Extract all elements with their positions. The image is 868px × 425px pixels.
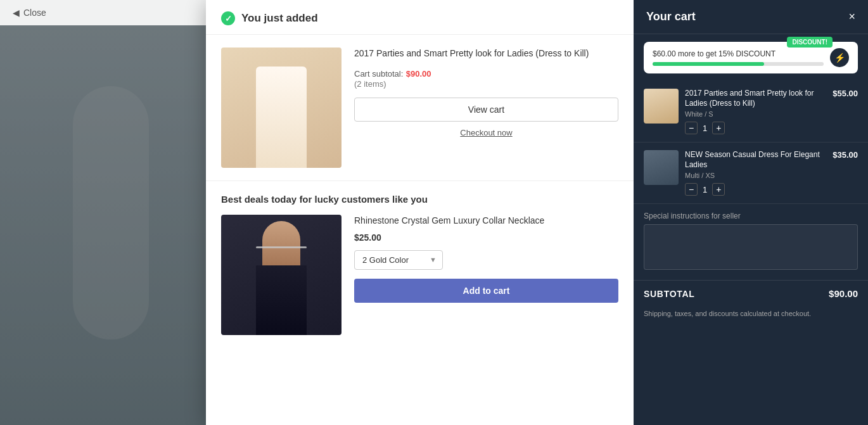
cart-subtotal-label-big: SUBTOTAL xyxy=(644,289,695,299)
cart-item: NEW Season Casual Dress For Elegant Ladi… xyxy=(634,143,868,204)
close-link[interactable]: Close xyxy=(23,8,46,18)
cart-subtotal-row: Cart subtotal: $90.00 xyxy=(354,68,618,79)
view-cart-button[interactable]: View cart xyxy=(354,98,618,122)
cart-close-button[interactable]: × xyxy=(848,10,855,23)
check-icon xyxy=(221,11,235,25)
best-deals-section: Best deals today for lucky customers lik… xyxy=(206,181,634,348)
best-deals-title: Best deals today for lucky customers lik… xyxy=(221,194,618,205)
cart-item-name: 2017 Parties and Smart Pretty look for L… xyxy=(685,89,826,108)
cart-subtotal-section: SUBTOTAL $90.00 xyxy=(634,280,868,307)
cart-subtotal-amount: $90.00 xyxy=(829,288,858,299)
qty-decrease-button[interactable]: − xyxy=(685,183,698,196)
cart-item: 2017 Parties and Smart Pretty look for L… xyxy=(634,81,868,143)
modal-header: You just added xyxy=(206,0,634,35)
cart-panel-header: Your cart × xyxy=(634,0,868,34)
modal-header-title: You just added xyxy=(241,12,318,25)
special-instructions-label: Special instructions for seller xyxy=(644,212,858,220)
deal-item: Rhinestone Crystal Gem Luxury Collar Nec… xyxy=(221,215,618,335)
discount-icon: ⚡ xyxy=(830,48,849,67)
special-instructions-section: Special instructions for seller xyxy=(634,204,868,280)
checkout-now-link[interactable]: Checkout now xyxy=(354,128,618,137)
deal-item-image xyxy=(221,215,341,335)
cart-item-variant: White / S xyxy=(685,110,826,118)
cart-item-info: NEW Season Casual Dress For Elegant Ladi… xyxy=(685,150,826,196)
back-arrow-icon: ◀ xyxy=(13,8,20,18)
cart-item-info: 2017 Parties and Smart Pretty look for L… xyxy=(685,89,826,134)
qty-decrease-button[interactable]: − xyxy=(685,122,698,134)
add-to-cart-button[interactable]: Add to cart xyxy=(354,279,618,303)
deal-color-select[interactable]: 2 Gold Color 1 Silver Color 3 Rose Gold xyxy=(354,250,443,270)
deal-item-details: Rhinestone Crystal Gem Luxury Collar Nec… xyxy=(354,215,618,303)
cart-item-variant: Multi / XS xyxy=(685,172,826,179)
cart-shipping-note: Shipping, taxes, and discounts calculate… xyxy=(634,307,868,329)
progress-bar xyxy=(653,62,824,66)
qty-increase-button[interactable]: + xyxy=(712,122,725,134)
added-modal: You just added 2017 Parties and Smart Pr… xyxy=(206,0,634,425)
cart-item-thumbnail xyxy=(644,89,679,124)
deal-item-name: Rhinestone Crystal Gem Luxury Collar Nec… xyxy=(354,215,618,227)
added-item-name: 2017 Parties and Smart Pretty look for L… xyxy=(354,48,618,60)
added-item-section: 2017 Parties and Smart Pretty look for L… xyxy=(206,35,634,181)
cart-item-qty-row: − 1 + xyxy=(685,183,826,196)
cart-items-count: (2 items) xyxy=(354,79,618,89)
added-item-image xyxy=(221,48,341,168)
cart-item-price: $55.00 xyxy=(833,89,858,98)
cart-item-price: $35.00 xyxy=(833,150,858,160)
deal-item-price: $25.00 xyxy=(354,232,618,243)
added-item-details: 2017 Parties and Smart Pretty look for L… xyxy=(354,48,618,137)
qty-number: 1 xyxy=(703,185,707,194)
cart-panel: Your cart × $60.00 more to get 15% DISCO… xyxy=(634,0,868,425)
cart-panel-title: Your cart xyxy=(646,10,696,23)
special-instructions-input[interactable] xyxy=(644,224,858,270)
discount-bar: $60.00 more to get 15% DISCOUNT ⚡ DISCOU… xyxy=(644,42,858,73)
discount-text: $60.00 more to get 15% DISCOUNT xyxy=(653,49,824,58)
deal-select-wrapper: 2 Gold Color 1 Silver Color 3 Rose Gold … xyxy=(354,250,443,270)
cart-item-name: NEW Season Casual Dress For Elegant Ladi… xyxy=(685,150,826,170)
qty-increase-button[interactable]: + xyxy=(712,183,725,196)
cart-item-qty-row: − 1 + xyxy=(685,122,826,134)
cart-item-thumbnail xyxy=(644,150,679,185)
progress-bar-fill xyxy=(653,62,764,66)
cart-subtotal-label: Cart subtotal: xyxy=(354,69,403,79)
qty-number: 1 xyxy=(703,124,707,133)
discount-badge: DISCOUNT! xyxy=(787,37,833,48)
cart-subtotal-price: $90.00 xyxy=(406,69,431,79)
